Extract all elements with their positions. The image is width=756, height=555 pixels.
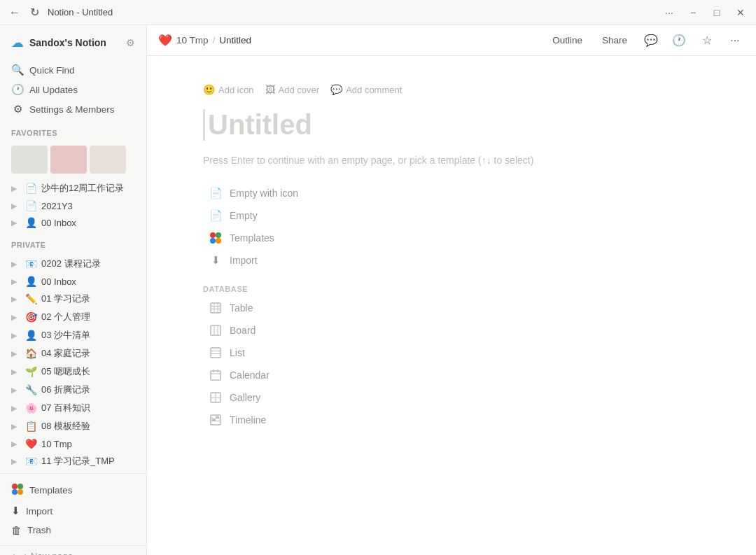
option-label: Calendar: [230, 370, 270, 381]
sidebar-item-11[interactable]: ▶ 📧 11 学习记录_TMP: [6, 452, 141, 470]
content-area: ❤️ 10 Tmp / Untitled Outline Share 💬 🕐 ☆…: [147, 25, 756, 555]
breadcrumb-parent[interactable]: 10 Tmp: [176, 35, 209, 45]
header-actions: Outline Share 💬 🕐 ☆ ···: [547, 31, 745, 50]
option-gallery[interactable]: Gallery: [203, 387, 700, 408]
svg-point-5: [216, 232, 221, 238]
outline-button[interactable]: Outline: [547, 32, 588, 48]
table-icon: [209, 301, 223, 315]
option-label: Gallery: [230, 392, 260, 403]
expand-arrow: ▶: [11, 349, 21, 358]
svg-rect-30: [216, 416, 219, 418]
add-icon-button[interactable]: 🙂 Add icon: [203, 84, 254, 95]
share-button[interactable]: Share: [596, 32, 633, 48]
sidebar: ☁ Sandox's Notion ⚙ 🔍 Quick Find 🕐 All U…: [0, 25, 147, 555]
sidebar-item-settings[interactable]: ⚙ Settings & Members: [6, 99, 141, 119]
sidebar-item-01[interactable]: ▶ ✏️ 01 学习记录: [6, 290, 141, 308]
target-icon: 🎯: [25, 311, 37, 323]
trash-label: Trash: [27, 525, 51, 535]
option-import[interactable]: ⬇ Import: [203, 250, 700, 271]
workspace-header[interactable]: ☁ Sandox's Notion ⚙: [6, 31, 141, 55]
database-section-label: DATABASE: [203, 285, 700, 293]
add-cover-button[interactable]: 🖼 Add cover: [265, 84, 320, 95]
expand-arrow: ▶: [11, 218, 21, 227]
clipboard-icon: 📋: [25, 421, 37, 432]
add-comment-button[interactable]: 💬 Add comment: [330, 84, 402, 95]
email-icon: 📧: [25, 456, 37, 467]
tool-icon: 🔧: [25, 384, 37, 395]
sidebar-item-00inbox[interactable]: ▶ 👤 00 Inbox: [6, 273, 141, 290]
option-templates[interactable]: Templates: [203, 227, 700, 248]
sidebar-templates-button[interactable]: Templates: [6, 479, 141, 501]
comment-button[interactable]: 💬: [641, 31, 661, 50]
gear-icon: ⚙: [11, 103, 24, 115]
history-button[interactable]: 🕐: [669, 31, 689, 50]
expand-arrow: ▶: [11, 260, 21, 269]
titlebar-left: ← ↻ Notion - Untitled: [8, 6, 113, 19]
option-board[interactable]: Board: [203, 320, 700, 341]
workspace-settings-icon: ⚙: [126, 37, 135, 48]
page-title[interactable]: Untitled: [203, 109, 700, 141]
sidebar-import-button[interactable]: ⬇ Import: [6, 501, 141, 521]
all-updates-label: All Updates: [29, 85, 78, 95]
person-icon: 👤: [25, 217, 37, 228]
option-list[interactable]: List: [203, 342, 700, 363]
sidebar-item-2021y3[interactable]: ▶ 📄 2021Y3: [6, 197, 141, 214]
close-button[interactable]: ✕: [734, 6, 748, 20]
more-options-button[interactable]: ···: [725, 31, 745, 50]
fav-thumbnail-3: [90, 146, 126, 174]
option-label: Empty with icon: [230, 188, 298, 199]
option-timeline[interactable]: Timeline: [203, 409, 700, 430]
sidebar-item-label: 03 沙牛清单: [41, 329, 135, 342]
sidebar-item-05[interactable]: ▶ 🌱 05 嗯嗯成长: [6, 363, 141, 381]
favorite-button[interactable]: ☆: [697, 31, 717, 50]
sidebar-item-03[interactable]: ▶ 👤 03 沙牛清单: [6, 326, 141, 344]
board-icon: [209, 323, 223, 337]
template-options: 📄 Empty with icon 📄 Empty: [203, 183, 700, 271]
page-meta-actions: 🙂 Add icon 🖼 Add cover 💬 Add comment: [203, 84, 700, 95]
sidebar-item-08[interactable]: ▶ 📋 08 模板经验: [6, 417, 141, 435]
expand-arrow: ▶: [11, 331, 21, 340]
sidebar-item-02[interactable]: ▶ 🎯 02 个人管理: [6, 308, 141, 326]
sprout-icon: 🌱: [25, 366, 37, 377]
favorites-section-label: FAVORITES: [0, 122, 146, 140]
option-calendar[interactable]: Calendar: [203, 365, 700, 386]
svg-rect-19: [211, 371, 220, 380]
add-icon-label: Add icon: [218, 85, 254, 95]
new-page-button[interactable]: + + New page: [0, 545, 146, 555]
svg-point-3: [18, 489, 23, 495]
sidebar-item-quick-find[interactable]: 🔍 Quick Find: [6, 60, 141, 80]
sidebar-item-10[interactable]: ▶ ❤️ 10 Tmp: [6, 435, 141, 452]
workspace-cloud-icon: ☁: [11, 35, 24, 50]
more-menu-icon[interactable]: ···: [662, 6, 676, 20]
sidebar-item-06[interactable]: ▶ 🔧 06 折腾记录: [6, 381, 141, 399]
minimize-button[interactable]: −: [686, 6, 700, 20]
option-label: List: [230, 347, 245, 358]
refresh-icon[interactable]: ↻: [28, 6, 41, 19]
back-icon[interactable]: ←: [8, 6, 21, 19]
sidebar-item-label: 00 Inbox: [41, 276, 135, 287]
expand-arrow: ▶: [11, 440, 21, 449]
svg-rect-16: [211, 348, 220, 358]
sidebar-item-label: 08 模板经验: [41, 420, 135, 433]
plus-icon: +: [11, 551, 17, 555]
expand-arrow: ▶: [11, 422, 21, 431]
expand-arrow: ▶: [11, 386, 21, 395]
sidebar-item-12week[interactable]: ▶ 📄 沙牛的12周工作记录: [6, 179, 141, 197]
private-items: ▶ 📧 0202 课程记录 ▶ 👤 00 Inbox ▶ ✏️ 01 学习记录 …: [0, 252, 146, 473]
option-empty[interactable]: 📄 Empty: [203, 205, 700, 226]
doc-icon: 📄: [25, 200, 37, 211]
option-table[interactable]: Table: [203, 297, 700, 318]
option-empty-with-icon[interactable]: 📄 Empty with icon: [203, 183, 700, 204]
sidebar-item-00inbox-fav[interactable]: ▶ 👤 00 Inbox: [6, 214, 141, 231]
breadcrumb-icon: ❤️: [158, 34, 172, 47]
sidebar-item-all-updates[interactable]: 🕐 All Updates: [6, 80, 141, 99]
maximize-button[interactable]: □: [710, 6, 724, 20]
titlebar: ← ↻ Notion - Untitled ··· − □ ✕: [0, 0, 756, 25]
sidebar-trash-button[interactable]: 🗑 Trash: [6, 521, 141, 540]
download-icon: ⬇: [209, 253, 223, 267]
sidebar-item-04[interactable]: ▶ 🏠 04 家庭记录: [6, 344, 141, 363]
sidebar-item-label: 沙牛的12周工作记录: [41, 182, 135, 195]
sidebar-item-07[interactable]: ▶ 🌸 07 百科知识: [6, 399, 141, 417]
sidebar-item-0202[interactable]: ▶ 📧 0202 课程记录: [6, 255, 141, 273]
svg-rect-8: [211, 303, 220, 313]
